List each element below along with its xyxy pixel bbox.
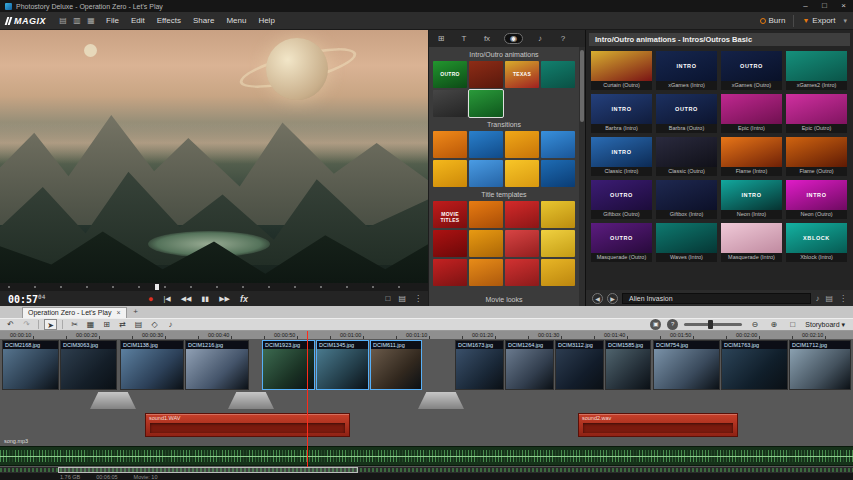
transition-handle[interactable] bbox=[418, 392, 464, 409]
export-button[interactable]: ▼Export bbox=[802, 16, 835, 25]
tab-close-icon[interactable]: × bbox=[116, 308, 120, 318]
audio-preview-icon[interactable]: ♪ bbox=[815, 294, 819, 303]
template-item[interactable]: Giftbox (Intro) bbox=[656, 180, 717, 219]
audio-tools-button[interactable]: ♪ bbox=[164, 319, 177, 330]
menu-effects[interactable]: Effects bbox=[151, 12, 187, 30]
maximize-button[interactable]: □ bbox=[815, 0, 834, 12]
pool-thumbnail[interactable]: MOVIE TITLES bbox=[433, 201, 467, 228]
preview-monitor-icon[interactable]: ▤ bbox=[825, 294, 833, 303]
template-item[interactable]: Flame (Intro) bbox=[721, 137, 782, 176]
menu-help[interactable]: Help bbox=[252, 12, 280, 30]
effects-button[interactable]: fx bbox=[240, 294, 248, 304]
pause-button[interactable]: ▮▮ bbox=[201, 295, 209, 303]
template-item[interactable]: xGames2 (Intro) bbox=[786, 51, 847, 90]
selected-template-field[interactable]: Alien Invasion bbox=[622, 293, 811, 304]
mouse-mode-button[interactable]: ➤ bbox=[44, 319, 57, 330]
template-item[interactable]: Curtain (Outro) bbox=[591, 51, 652, 90]
pool-tab-templates[interactable]: ◉ bbox=[504, 33, 523, 44]
timeline-clip[interactable]: DCIM2168.jpg bbox=[2, 340, 59, 390]
template-item[interactable]: INTRONeon (Outro) bbox=[786, 180, 847, 219]
split-button[interactable]: ▦ bbox=[84, 319, 97, 330]
music-track[interactable] bbox=[0, 446, 853, 466]
timeline-clip[interactable]: DCIM1673.jpg bbox=[455, 340, 504, 390]
template-item[interactable]: OUTROGiftbox (Outro) bbox=[591, 180, 652, 219]
pool-tab-titles[interactable]: T bbox=[458, 34, 470, 43]
timeline-clip[interactable]: DCIM611.jpg bbox=[370, 340, 422, 390]
timeline-clip[interactable]: DCIM3112.jpg bbox=[555, 340, 604, 390]
load-project-icon[interactable]: ▥ bbox=[70, 16, 84, 25]
mode-help-icon[interactable]: ? bbox=[667, 319, 678, 330]
template-item[interactable]: INTROClassic (Intro) bbox=[591, 137, 652, 176]
preview-scrub-bar[interactable] bbox=[0, 283, 428, 291]
pool-thumbnail[interactable] bbox=[469, 201, 503, 228]
pool-thumbnail[interactable] bbox=[469, 90, 503, 117]
detach-monitor-icon[interactable]: ▤ bbox=[398, 294, 406, 303]
menu-edit[interactable]: Edit bbox=[125, 12, 151, 30]
template-item[interactable]: Masquerade (Intro) bbox=[721, 223, 782, 262]
pool-tab-help[interactable]: ? bbox=[557, 34, 569, 43]
playhead[interactable] bbox=[307, 331, 308, 467]
pool-thumbnail[interactable] bbox=[433, 90, 467, 117]
fast-forward-button[interactable]: ▶▶ bbox=[219, 295, 230, 303]
pool-thumbnail[interactable] bbox=[541, 201, 575, 228]
monitor-menu-icon[interactable]: ⋮ bbox=[414, 294, 422, 303]
undo-button[interactable]: ↶ bbox=[4, 319, 17, 330]
pool-tab-media-grid[interactable]: ⊞ bbox=[435, 34, 447, 43]
pool-thumbnail[interactable] bbox=[505, 259, 539, 286]
pool-thumbnail[interactable]: OUTRO bbox=[433, 61, 467, 88]
template-item[interactable]: Epic (Outro) bbox=[786, 94, 847, 133]
pool-thumbnail[interactable] bbox=[433, 160, 467, 187]
redo-button[interactable]: ↷ bbox=[20, 319, 33, 330]
menu-menu[interactable]: Menu bbox=[220, 12, 252, 30]
timeline-clip[interactable]: DCIM1138.jpg bbox=[120, 340, 184, 390]
template-item[interactable]: Epic (Intro) bbox=[721, 94, 782, 133]
template-item[interactable]: INTRONeon (Intro) bbox=[721, 180, 782, 219]
timeline-ruler[interactable]: 00:00:1000:00:2000:00:3000:00:4000:00:50… bbox=[0, 331, 853, 339]
mode-film-icon[interactable]: ▣ bbox=[650, 319, 661, 330]
template-item[interactable]: INTROxGames (Intro) bbox=[656, 51, 717, 90]
timeline-clip[interactable]: DCIM754.jpg bbox=[653, 340, 720, 390]
template-item[interactable]: OUTROMasquerade (Outro) bbox=[591, 223, 652, 262]
pool-thumbnail[interactable] bbox=[433, 259, 467, 286]
zoom-out-icon[interactable]: ⊖ bbox=[748, 319, 761, 330]
minimize-button[interactable]: – bbox=[796, 0, 815, 12]
project-tab[interactable]: Operation Zero - Let's Play × bbox=[22, 307, 127, 318]
pool-tab-effects[interactable]: fx bbox=[481, 34, 493, 43]
back-button[interactable]: ◀ bbox=[592, 293, 603, 304]
menu-share[interactable]: Share bbox=[187, 12, 220, 30]
timeline-clip[interactable]: DCIM3063.jpg bbox=[60, 340, 117, 390]
audio-clip[interactable]: sound2.wav bbox=[578, 413, 738, 437]
pool-thumbnail[interactable] bbox=[541, 160, 575, 187]
zoom-in-icon[interactable]: ⊕ bbox=[767, 319, 780, 330]
pool-thumbnail[interactable] bbox=[469, 61, 503, 88]
timeline-clip[interactable]: DCIM1216.jpg bbox=[185, 340, 249, 390]
timeline-clip[interactable]: DCIM1585.jpg bbox=[605, 340, 651, 390]
timeline-clip[interactable]: DCIM1712.jpg bbox=[789, 340, 851, 390]
pool-thumbnail[interactable] bbox=[505, 131, 539, 158]
template-item[interactable]: Classic (Outro) bbox=[656, 137, 717, 176]
pool-thumbnail[interactable] bbox=[541, 61, 575, 88]
swap-button[interactable]: ⇄ bbox=[116, 319, 129, 330]
jump-start-button[interactable]: |◀ bbox=[163, 295, 170, 303]
zoom-slider[interactable] bbox=[684, 323, 742, 326]
pool-thumbnail[interactable] bbox=[505, 230, 539, 257]
pool-thumbnail[interactable] bbox=[505, 160, 539, 187]
template-item[interactable]: INTROBarbra (Intro) bbox=[591, 94, 652, 133]
template-item[interactable]: XBLOCKXblock (Intro) bbox=[786, 223, 847, 262]
video-preview[interactable] bbox=[0, 30, 428, 283]
new-tab-button[interactable]: + bbox=[130, 307, 142, 318]
template-item[interactable]: OUTROBarbra (Outro) bbox=[656, 94, 717, 133]
grid-view-button[interactable]: ▤ bbox=[132, 319, 145, 330]
audio-clip[interactable]: sound1.WAV bbox=[145, 413, 350, 437]
timeline-clip[interactable]: DCIM1763.jpg bbox=[721, 340, 788, 390]
pool-thumbnail[interactable] bbox=[469, 160, 503, 187]
transition-handle[interactable] bbox=[90, 392, 136, 409]
marker-button[interactable]: ◇ bbox=[148, 319, 161, 330]
pool-thumbnail[interactable] bbox=[469, 131, 503, 158]
template-item[interactable]: Waves (Intro) bbox=[656, 223, 717, 262]
pool-thumbnail[interactable]: TEXAS bbox=[505, 61, 539, 88]
group-button[interactable]: ⊞ bbox=[100, 319, 113, 330]
pool-thumbnail[interactable] bbox=[469, 230, 503, 257]
close-button[interactable]: × bbox=[834, 0, 853, 12]
collapse-icon[interactable]: ▾ bbox=[843, 17, 847, 25]
